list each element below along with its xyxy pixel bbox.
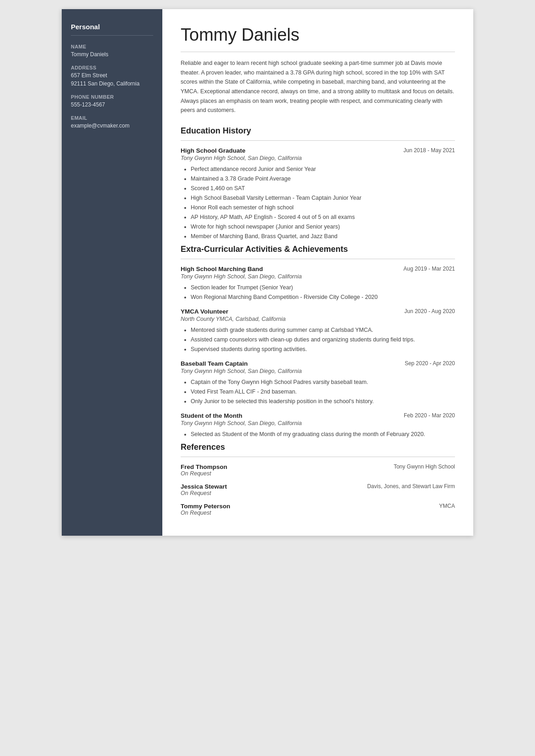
activity-0-header: High School Marching Band Aug 2019 - Mar… <box>181 266 455 272</box>
phone-label: Phone number <box>71 94 153 100</box>
activity-3-subtitle: Tony Gwynn High School, San Diego, Calif… <box>181 420 455 426</box>
activity-2-header: Baseball Team Captain Sep 2020 - Apr 202… <box>181 360 455 367</box>
ref-0-org: Tony Gwynn High School <box>394 463 455 470</box>
bullet-item: Only Junior to be selected this leadersh… <box>191 397 455 406</box>
education-subtitle: Tony Gwynn High School, San Diego, Calif… <box>181 155 455 161</box>
ref-2-org: YMCA <box>439 503 455 509</box>
bullet-item: AP History, AP Math, AP English - Scored… <box>191 213 455 222</box>
education-entry-header: High School Graduate Jun 2018 - May 2021 <box>181 147 455 154</box>
resume-name: Tommy Daniels <box>181 25 455 45</box>
bullet-item: Scored 1,460 on SAT <box>191 184 455 193</box>
references-heading: References <box>181 442 455 452</box>
address-value: 657 Elm Street 92111 San Diego, Californ… <box>71 71 153 88</box>
references-divider <box>181 457 455 457</box>
activity-0-date: Aug 2019 - Mar 2021 <box>403 266 455 272</box>
bullet-item: Section leader for Trumpet (Senior Year) <box>191 283 455 292</box>
sidebar-divider <box>71 35 153 36</box>
education-section: Education History High School Graduate J… <box>181 126 455 241</box>
bullet-item: Maintained a 3.78 Grade Point Average <box>191 174 455 183</box>
ref-2-name: Tommy Peterson <box>181 503 230 510</box>
bullet-item: Wrote for high school newspaper (Junior … <box>191 222 455 231</box>
bullet-item: Perfect attendance record Junior and Sen… <box>191 165 455 174</box>
activity-0-subtitle: Tony Gwynn High School, San Diego, Calif… <box>181 273 455 280</box>
ref-2-status: On Request <box>181 510 455 516</box>
bullet-item: Member of Marching Band, Brass Quartet, … <box>191 232 455 241</box>
activity-3-title: Student of the Month <box>181 412 242 419</box>
bullet-item: Captain of the Tony Gwynn High School Pa… <box>191 378 455 387</box>
bullet-item: Selected as Student of the Month of my g… <box>191 430 455 439</box>
bullet-item: Mentored sixth grade students during sum… <box>191 325 455 335</box>
bullet-item: Honor Roll each semester of high school <box>191 203 455 212</box>
address-label: Address <box>71 65 153 70</box>
bullet-item: Supervised students during sporting acti… <box>191 345 455 354</box>
activity-2-bullets: Captain of the Tony Gwynn High School Pa… <box>181 378 455 406</box>
bullet-item: High School Baseball Varsity Letterman -… <box>191 193 455 202</box>
email-value: example@cvmaker.com <box>71 122 153 130</box>
phone-value: 555-123-4567 <box>71 101 153 109</box>
activity-2-title: Baseball Team Captain <box>181 360 248 367</box>
activity-0-bullets: Section leader for Trumpet (Senior Year)… <box>181 283 455 302</box>
ref-2: Tommy Peterson YMCA On Request <box>181 503 455 516</box>
email-label: Email <box>71 115 153 121</box>
ref-1-name: Jessica Stewart <box>181 483 227 490</box>
activity-3-date: Feb 2020 - Mar 2020 <box>404 412 455 419</box>
bullet-item: Assisted camp counselors with clean-up d… <box>191 335 455 344</box>
activity-1-bullets: Mentored sixth grade students during sum… <box>181 325 455 354</box>
education-title: High School Graduate <box>181 147 246 154</box>
references-section: References Fred Thompson Tony Gwynn High… <box>181 442 455 516</box>
top-divider <box>181 52 455 52</box>
bullet-item: Voted First Team ALL CIF - 2nd baseman. <box>191 387 455 396</box>
bullet-item: Won Regional Marching Band Competition -… <box>191 293 455 302</box>
ref-0-status: On Request <box>181 470 455 477</box>
sidebar: Personal Name Tommy Daniels Address 657 … <box>62 9 162 536</box>
sidebar-personal-title: Personal <box>71 23 153 31</box>
ref-1: Jessica Stewart Davis, Jones, and Stewar… <box>181 483 455 496</box>
activity-2-subtitle: Tony Gwynn High School, San Diego, Calif… <box>181 368 455 374</box>
extracurricular-heading: Extra-Curricular Activities & Achievemen… <box>181 245 455 254</box>
ref-0: Fred Thompson Tony Gwynn High School On … <box>181 463 455 477</box>
education-divider <box>181 140 455 141</box>
ref-0-header: Fred Thompson Tony Gwynn High School <box>181 463 455 470</box>
activity-0-title: High School Marching Band <box>181 266 263 272</box>
activity-1-header: YMCA Volunteer Jun 2020 - Aug 2020 <box>181 308 455 315</box>
activity-3-header: Student of the Month Feb 2020 - Mar 2020 <box>181 412 455 419</box>
education-date: Jun 2018 - May 2021 <box>403 147 455 154</box>
main-content: Tommy Daniels Reliable and eager to lear… <box>162 9 473 536</box>
activity-1-subtitle: North County YMCA, Carlsbad, California <box>181 316 455 322</box>
ref-2-header: Tommy Peterson YMCA <box>181 503 455 510</box>
activity-1-title: YMCA Volunteer <box>181 308 228 315</box>
summary: Reliable and eager to learn recent high … <box>181 59 455 115</box>
ref-1-org: Davis, Jones, and Stewart Law Firm <box>367 483 455 490</box>
activity-2-date: Sep 2020 - Apr 2020 <box>405 360 455 367</box>
activity-1-date: Jun 2020 - Aug 2020 <box>404 308 455 314</box>
activity-3-bullets: Selected as Student of the Month of my g… <box>181 430 455 439</box>
extracurricular-divider <box>181 259 455 259</box>
extracurricular-section: Extra-Curricular Activities & Achievemen… <box>181 245 455 439</box>
education-bullets: Perfect attendance record Junior and Sen… <box>181 165 455 241</box>
ref-1-status: On Request <box>181 490 455 496</box>
ref-0-name: Fred Thompson <box>181 463 227 470</box>
name-value: Tommy Daniels <box>71 50 153 59</box>
name-label: Name <box>71 44 153 49</box>
ref-1-header: Jessica Stewart Davis, Jones, and Stewar… <box>181 483 455 490</box>
education-heading: Education History <box>181 126 455 136</box>
